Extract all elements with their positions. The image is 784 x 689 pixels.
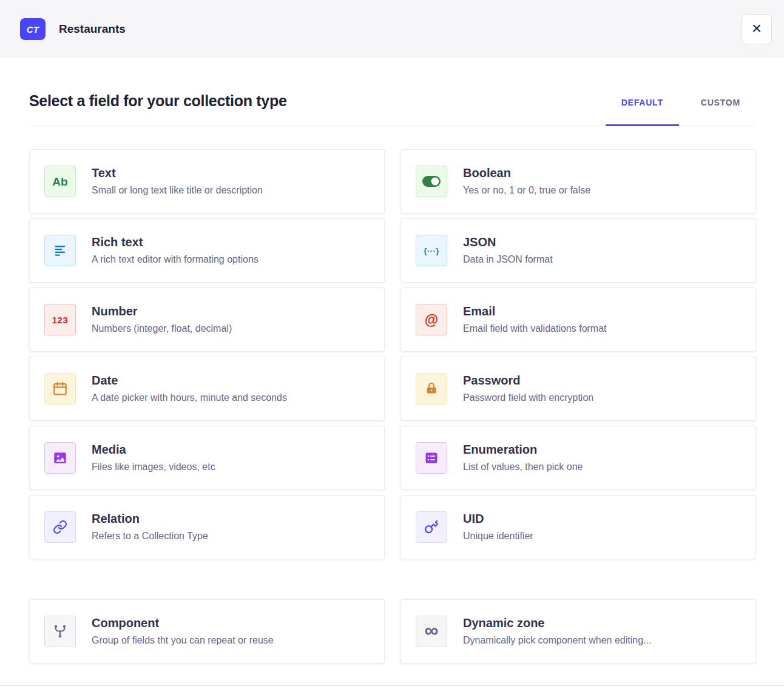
field-card-dynamiczone[interactable]: ∞Dynamic zoneDynamically pick component … [400, 599, 756, 664]
field-description: Files like images, videos, etc [92, 461, 215, 472]
email-icon-glyph: @ [425, 313, 438, 327]
field-description: Email field with validations format [463, 323, 607, 334]
modal-title: Restaurants [59, 22, 126, 36]
section-title: Select a field for your collection type [29, 92, 287, 110]
default-fields-grid: AbTextSmall or long text like title or d… [29, 149, 756, 559]
field-card-email[interactable]: @EmailEmail field with validations forma… [400, 287, 756, 352]
field-description: List of values, then pick one [463, 461, 583, 472]
boolean-icon [416, 166, 447, 197]
field-title: Rich text [92, 235, 259, 249]
field-card-component[interactable]: ComponentGroup of fields tht you can rep… [29, 599, 385, 664]
field-description: Group of fields tht you can repeat or re… [92, 634, 274, 646]
uid-icon [416, 511, 447, 543]
email-icon: @ [416, 304, 447, 335]
field-description: Yes or no, 1 or 0, true or false [463, 184, 590, 196]
field-card-text: EmailEmail field with validations format [463, 304, 607, 334]
field-card-text: Rich textA rich text editor with formati… [92, 235, 259, 265]
field-title: Password [463, 374, 593, 388]
field-title: UID [463, 512, 533, 526]
tab-custom[interactable]: CUSTOM [685, 98, 756, 126]
field-description: Password field with encryption [463, 392, 593, 403]
field-card-text: BooleanYes or no, 1 or 0, true or false [463, 166, 590, 196]
field-title: JSON [463, 235, 553, 249]
field-card-relation[interactable]: RelationRefers to a Collection Type [29, 495, 385, 559]
footer-divider [0, 685, 784, 689]
field-card-number[interactable]: 123NumberNumbers (integer, float, decima… [29, 287, 385, 352]
text-icon: Ab [44, 166, 76, 197]
field-description: Small or long text like title or descrip… [92, 184, 263, 196]
field-card-date[interactable]: DateA date picker with hours, minute and… [29, 357, 385, 421]
tabs: DEFAULT CUSTOM [606, 98, 756, 126]
text-icon-glyph: Ab [52, 176, 67, 187]
password-icon [416, 373, 447, 405]
field-title: Dynamic zone [463, 616, 651, 630]
modal-header: CT Restaurants × [0, 0, 784, 58]
field-card-json[interactable]: {···}JSONData in JSON format [400, 218, 756, 283]
field-card-password[interactable]: PasswordPassword field with encryption [400, 357, 756, 421]
modal-body: Select a field for your collection type … [0, 58, 784, 689]
modal-header-left: CT Restaurants [20, 18, 126, 40]
field-card-text: DateA date picker with hours, minute and… [92, 374, 287, 403]
json-icon: {···} [416, 235, 447, 266]
dynamic-zone-icon: ∞ [416, 616, 447, 647]
dynamic-zone-icon-glyph: ∞ [425, 620, 439, 640]
field-card-text: PasswordPassword field with encryption [463, 374, 593, 403]
field-description: A rich text editor with formating option… [92, 254, 259, 265]
field-card-text: MediaFiles like images, videos, etc [92, 443, 215, 472]
close-button[interactable]: × [742, 14, 772, 44]
field-card-text: NumberNumbers (integer, float, decimal) [92, 304, 232, 334]
field-title: Date [92, 374, 287, 388]
enumeration-icon [416, 442, 447, 474]
richtext-icon [44, 235, 76, 266]
field-title: Number [92, 304, 232, 318]
field-description: Dynamically pick component when editing.… [463, 634, 651, 646]
field-description: A date picker with hours, minute and sec… [92, 392, 287, 403]
extra-fields-grid: ComponentGroup of fields tht you can rep… [29, 599, 756, 664]
field-title: Text [92, 166, 263, 180]
body-top: Select a field for your collection type … [29, 92, 756, 126]
field-card-text: Dynamic zoneDynamically pick component w… [463, 616, 651, 646]
number-icon-glyph: 123 [52, 315, 69, 324]
field-title: Relation [92, 512, 208, 526]
field-card-text[interactable]: AbTextSmall or long text like title or d… [29, 149, 385, 213]
number-icon: 123 [44, 304, 76, 335]
field-title: Enumeration [463, 443, 583, 457]
component-icon [44, 616, 76, 647]
field-card-text: ComponentGroup of fields tht you can rep… [92, 616, 274, 646]
field-card-boolean[interactable]: BooleanYes or no, 1 or 0, true or false [400, 149, 756, 213]
field-card-enumeration[interactable]: EnumerationList of values, then pick one [400, 426, 756, 490]
field-title: Email [463, 304, 607, 318]
relation-icon [44, 511, 76, 543]
json-icon-glyph: {···} [424, 247, 439, 255]
field-card-media[interactable]: MediaFiles like images, videos, etc [29, 426, 385, 490]
tab-default[interactable]: DEFAULT [606, 98, 679, 126]
field-description: Numbers (integer, float, decimal) [92, 323, 232, 334]
date-icon [44, 373, 76, 405]
collection-type-badge: CT [20, 18, 46, 40]
field-type-modal: CT Restaurants × Select a field for your… [0, 0, 784, 689]
field-title: Media [92, 443, 215, 457]
media-icon [44, 442, 76, 474]
field-description: Data in JSON format [463, 254, 553, 265]
field-card-text: EnumerationList of values, then pick one [463, 443, 583, 472]
field-card-uid[interactable]: UIDUnique identifier [400, 495, 756, 559]
field-title: Component [92, 616, 274, 630]
field-title: Boolean [463, 166, 590, 180]
field-description: Unique identifier [463, 530, 533, 542]
field-description: Refers to a Collection Type [92, 530, 208, 542]
field-card-text: UIDUnique identifier [463, 512, 533, 542]
field-card-text: JSONData in JSON format [463, 235, 553, 265]
field-card-text: TextSmall or long text like title or des… [92, 166, 263, 196]
field-card-richtext[interactable]: Rich textA rich text editor with formati… [29, 218, 385, 283]
close-icon: × [752, 20, 762, 37]
field-card-text: RelationRefers to a Collection Type [92, 512, 208, 542]
